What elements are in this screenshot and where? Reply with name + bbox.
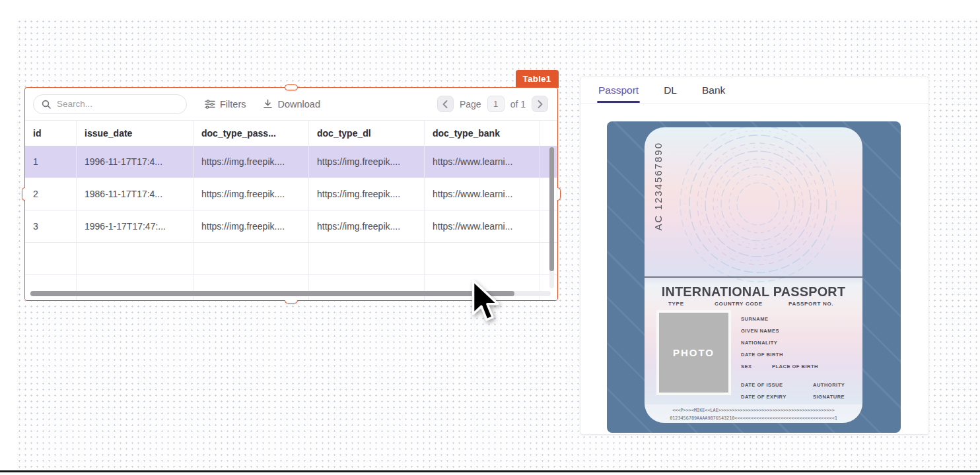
table-cell[interactable]: [77, 243, 193, 274]
signature-label: SIGNATURE: [813, 394, 845, 400]
table-cell[interactable]: https://img.freepik....: [193, 210, 309, 242]
passport-image: AC 1234567890: [607, 121, 901, 433]
table-cell-filler: [540, 243, 557, 274]
filters-icon: [205, 100, 215, 109]
prev-page-button[interactable]: [437, 96, 454, 112]
tab-bank[interactable]: Bank: [702, 77, 725, 103]
document-tabs-container: PassportDLBank AC 1234567890: [580, 77, 929, 435]
table-cell[interactable]: [77, 275, 193, 300]
column-header-filler: [540, 121, 557, 146]
page-total-label: of 1: [510, 99, 526, 110]
chevron-left-icon: [442, 100, 448, 108]
table-cell[interactable]: https://img.freepik....: [309, 178, 425, 210]
mrz-line-1: <<<P>>><MIKE<<LAE>>>>>>>>>>>>>>>>>>>>>>>…: [645, 406, 862, 414]
table-cell-filler: [540, 210, 557, 242]
widget-name-tag[interactable]: Table1: [516, 70, 559, 88]
table-cell[interactable]: 2: [25, 178, 77, 210]
mouse-cursor: [470, 279, 501, 325]
passport-page: AC 1234567890: [645, 127, 862, 423]
passport-field-label: NATIONALITY: [741, 340, 777, 346]
table-cell[interactable]: [309, 275, 425, 300]
table-cell[interactable]: [25, 275, 77, 300]
table-row[interactable]: [25, 243, 557, 275]
table-cell[interactable]: 1: [25, 146, 77, 177]
vertical-scrollbar[interactable]: [549, 147, 554, 288]
tab-dl[interactable]: DL: [664, 77, 677, 103]
sex-label: SEX: [741, 364, 752, 369]
table-widget[interactable]: Table1 Filters: [24, 87, 558, 301]
table-cell[interactable]: https://www.learni...: [425, 146, 540, 177]
table-toolbar: Filters Download Page 1: [25, 88, 557, 121]
table-row[interactable]: 31996-1-17T17:47:...https://img.freepik.…: [25, 210, 557, 243]
window-bottom-edge: [0, 470, 980, 472]
search-input[interactable]: [55, 98, 178, 110]
horizontal-scrollbar-thumb[interactable]: [30, 291, 514, 296]
table-cell[interactable]: https://img.freepik....: [193, 178, 309, 210]
table-header-row: idissue_datedoc_type_pass...doc_type_dld…: [25, 121, 557, 146]
table-cell[interactable]: [193, 275, 309, 300]
table-cell[interactable]: 1996-1-17T17:47:...: [77, 210, 193, 242]
photo-label: PHOTO: [673, 347, 715, 358]
table-cell[interactable]: https://www.learni...: [425, 178, 540, 210]
table-body: 11996-11-17T17:4...https://img.freepik..…: [25, 146, 557, 300]
passport-no-label: PASSPORT NO.: [788, 301, 833, 307]
table-cell[interactable]: 1996-11-17T17:4...: [77, 146, 193, 177]
search-input-wrapper[interactable]: [33, 94, 187, 114]
passport-fold-line: [645, 276, 862, 278]
passport-field-label: SURNAME: [741, 316, 768, 322]
passport-field-label: DATE OF BIRTH: [741, 352, 783, 358]
download-label: Download: [277, 99, 320, 110]
authority-label: AUTHORITY: [813, 382, 845, 388]
filters-label: Filters: [220, 99, 246, 110]
next-page-button[interactable]: [532, 96, 548, 112]
table-row[interactable]: 11996-11-17T17:4...https://img.freepik..…: [25, 146, 557, 178]
place-of-birth-label: PLACE OF BIRTH: [772, 364, 818, 369]
pagination: Page 1 of 1: [437, 96, 548, 112]
passport-title: INTERNATIONAL PASSPORT: [645, 284, 862, 300]
page-number-box[interactable]: 1: [487, 96, 505, 112]
table-cell[interactable]: [25, 243, 77, 274]
date-of-expiry-label: DATE OF EXPIRY: [741, 394, 787, 400]
table-cell-filler: [540, 178, 557, 210]
table-cell[interactable]: https://img.freepik....: [193, 146, 309, 177]
table-cell[interactable]: [193, 243, 309, 274]
tab-passport[interactable]: Passport: [598, 77, 639, 103]
chevron-right-icon: [538, 100, 543, 108]
tab-bar: PassportDLBank: [580, 77, 928, 104]
table-inner: Filters Download Page 1: [25, 88, 557, 300]
table-cell[interactable]: [425, 243, 540, 274]
photo-placeholder: PHOTO: [656, 310, 731, 395]
table-cell[interactable]: 3: [25, 210, 77, 242]
column-header[interactable]: issue_date: [77, 121, 193, 146]
table-row[interactable]: 21986-11-17T17:4...https://img.freepik..…: [25, 178, 557, 210]
download-icon: [263, 99, 273, 109]
app-builder-canvas: Table1 Filters: [0, 0, 980, 475]
filters-button[interactable]: Filters: [205, 99, 246, 110]
column-header[interactable]: doc_type_pass...: [193, 121, 309, 146]
table-cell-filler: [540, 146, 557, 177]
column-header[interactable]: doc_type_bank: [425, 121, 540, 146]
table-cell-filler: [540, 275, 557, 300]
country-code-label: COUNTRY CODE: [715, 301, 763, 307]
table-cell[interactable]: https://img.freepik....: [309, 146, 425, 177]
table-cell[interactable]: 1986-11-17T17:4...: [77, 178, 193, 210]
passport-mrz: <<<P>>><MIKE<<LAE>>>>>>>>>>>>>>>>>>>>>>>…: [645, 404, 862, 423]
column-header[interactable]: id: [25, 121, 77, 146]
guilloche-rosette: [659, 127, 857, 288]
type-label: TYPE: [668, 301, 684, 307]
mrz-line-2: 0123456789AAAA9876543210<<<<<<<<<<<<<<<<…: [645, 414, 862, 422]
page-label: Page: [460, 99, 481, 110]
search-icon: [42, 100, 51, 109]
table-cell[interactable]: https://www.learni...: [425, 210, 540, 242]
passport-field-label: GIVEN NAMES: [741, 328, 779, 334]
vertical-scrollbar-thumb[interactable]: [549, 147, 554, 271]
column-header[interactable]: doc_type_dl: [309, 121, 425, 146]
download-button[interactable]: Download: [263, 99, 320, 110]
table-cell[interactable]: [309, 243, 425, 274]
date-of-issue-label: DATE OF ISSUE: [741, 382, 783, 388]
table-cell[interactable]: https://img.freepik....: [309, 210, 425, 242]
